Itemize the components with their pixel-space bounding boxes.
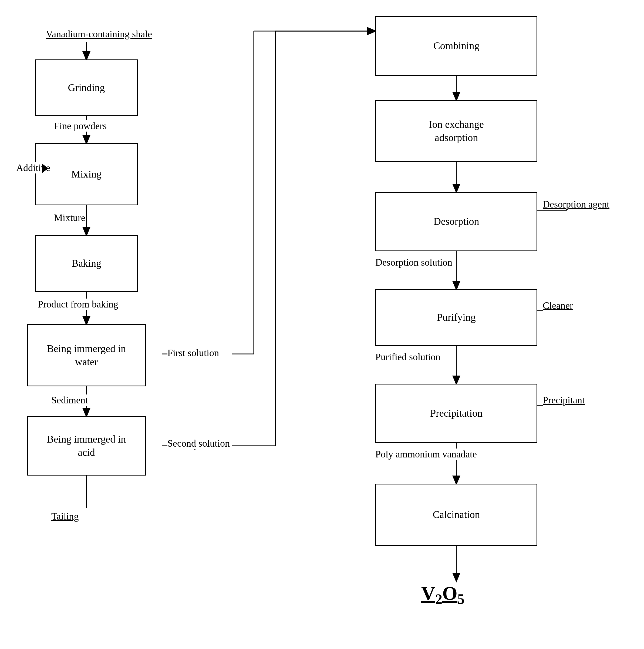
product-from-baking-label: Product from baking (38, 299, 118, 310)
additive-arrow (42, 164, 48, 173)
mixture-label: Mixture (54, 212, 85, 223)
precipitation-box: Precipitation (375, 384, 537, 443)
vanadium-shale-label: Vanadium-containing shale (46, 28, 152, 40)
calcination-box: Calcination (375, 484, 537, 546)
desorption-label: Desorption (434, 215, 479, 228)
immersed-acid-label: Being immerged inacid (47, 433, 126, 459)
first-solution-label: First solution (168, 347, 219, 358)
precipitant-label: Precipitant (543, 394, 585, 406)
poly-ammonium-label: Poly ammonium vanadate (375, 448, 477, 460)
immersed-water-box: Being immerged inwater (27, 324, 146, 386)
purifying-label: Purifying (437, 311, 476, 324)
immersed-acid-box: Being immerged inacid (27, 416, 146, 476)
second-solution-label: Second solution (168, 438, 230, 449)
sediment-label: Sediment (51, 394, 88, 406)
baking-box: Baking (35, 235, 138, 292)
purifying-box: Purifying (375, 289, 537, 346)
tailing-label: Tailing (51, 511, 79, 522)
precipitation-label: Precipitation (430, 407, 482, 420)
baking-label: Baking (72, 257, 101, 270)
ion-exchange-box: Ion exchangeadsorption (375, 100, 537, 162)
grinding-box: Grinding (35, 59, 138, 116)
flowchart: Grinding Mixing Baking Being immerged in… (0, 0, 644, 649)
desorption-box: Desorption (375, 192, 537, 251)
combining-box: Combining (375, 16, 537, 76)
purified-solution-label: Purified solution (375, 351, 441, 362)
cleaner-label: Cleaner (543, 300, 573, 311)
calcination-label: Calcination (432, 508, 480, 521)
ion-exchange-label: Ion exchangeadsorption (429, 118, 484, 144)
combining-label: Combining (433, 39, 479, 52)
desorption-agent-label: Desorption agent (543, 199, 609, 210)
immersed-water-label: Being immerged inwater (47, 342, 126, 369)
mixing-label: Mixing (71, 168, 101, 181)
grinding-label: Grinding (68, 81, 105, 94)
desorption-solution-label: Desorption solution (375, 257, 452, 268)
mixing-box: Mixing (35, 143, 138, 205)
v2o5-label: V2O5 (421, 582, 464, 607)
fine-powders-label: Fine powders (54, 120, 107, 132)
